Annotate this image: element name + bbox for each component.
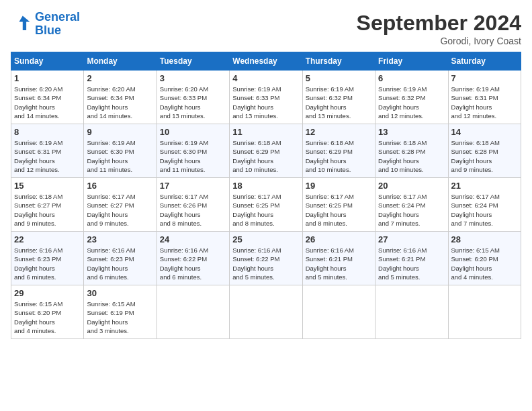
day-number: 6 bbox=[378, 73, 445, 83]
calendar-week-row: 8 Sunrise: 6:19 AM Sunset: 6:31 PM Dayli… bbox=[11, 124, 521, 178]
table-row: 4 Sunrise: 6:19 AM Sunset: 6:33 PM Dayli… bbox=[230, 71, 302, 124]
table-row: 14 Sunrise: 6:18 AM Sunset: 6:28 PM Dayl… bbox=[448, 124, 521, 178]
table-row: 9 Sunrise: 6:19 AM Sunset: 6:30 PM Dayli… bbox=[84, 124, 157, 178]
table-row: 13 Sunrise: 6:18 AM Sunset: 6:28 PM Dayl… bbox=[375, 124, 448, 178]
day-number: 4 bbox=[232, 73, 299, 83]
day-info: Sunrise: 6:16 AM Sunset: 6:22 PM Dayligh… bbox=[232, 246, 299, 281]
month-title: September 2024 bbox=[357, 11, 521, 36]
day-info: Sunrise: 6:17 AM Sunset: 6:26 PM Dayligh… bbox=[160, 192, 226, 228]
day-info: Sunrise: 6:16 AM Sunset: 6:23 PM Dayligh… bbox=[14, 246, 81, 281]
day-number: 28 bbox=[451, 234, 518, 244]
day-info: Sunrise: 6:16 AM Sunset: 6:22 PM Dayligh… bbox=[160, 246, 226, 281]
table-row: 25 Sunrise: 6:16 AM Sunset: 6:22 PM Dayl… bbox=[230, 232, 302, 285]
day-number: 9 bbox=[87, 127, 153, 137]
table-row: 3 Sunrise: 6:20 AM Sunset: 6:33 PM Dayli… bbox=[157, 71, 229, 124]
table-row bbox=[302, 285, 375, 339]
day-number: 10 bbox=[160, 127, 226, 137]
day-info: Sunrise: 6:17 AM Sunset: 6:24 PM Dayligh… bbox=[378, 192, 445, 228]
table-row: 1 Sunrise: 6:20 AM Sunset: 6:34 PM Dayli… bbox=[11, 71, 84, 124]
day-number: 7 bbox=[451, 73, 518, 83]
day-info: Sunrise: 6:19 AM Sunset: 6:31 PM Dayligh… bbox=[451, 85, 518, 120]
day-info: Sunrise: 6:17 AM Sunset: 6:27 PM Dayligh… bbox=[87, 192, 153, 228]
col-sunday: Sunday bbox=[11, 52, 84, 71]
table-row: 2 Sunrise: 6:20 AM Sunset: 6:34 PM Dayli… bbox=[84, 71, 157, 124]
day-number: 20 bbox=[378, 181, 445, 191]
table-row: 8 Sunrise: 6:19 AM Sunset: 6:31 PM Dayli… bbox=[11, 124, 84, 178]
col-saturday: Saturday bbox=[448, 52, 521, 71]
day-info: Sunrise: 6:15 AM Sunset: 6:19 PM Dayligh… bbox=[87, 300, 153, 335]
day-info: Sunrise: 6:19 AM Sunset: 6:30 PM Dayligh… bbox=[87, 138, 153, 174]
day-info: Sunrise: 6:20 AM Sunset: 6:33 PM Dayligh… bbox=[160, 85, 226, 120]
table-row: 20 Sunrise: 6:17 AM Sunset: 6:24 PM Dayl… bbox=[375, 178, 448, 232]
day-info: Sunrise: 6:18 AM Sunset: 6:29 PM Dayligh… bbox=[232, 138, 299, 174]
day-number: 24 bbox=[160, 234, 226, 244]
col-thursday: Thursday bbox=[302, 52, 375, 71]
day-number: 29 bbox=[14, 288, 81, 298]
calendar-week-row: 1 Sunrise: 6:20 AM Sunset: 6:34 PM Dayli… bbox=[11, 71, 521, 124]
table-row: 30 Sunrise: 6:15 AM Sunset: 6:19 PM Dayl… bbox=[84, 285, 157, 339]
day-number: 2 bbox=[87, 73, 153, 83]
day-number: 11 bbox=[232, 127, 299, 137]
day-number: 12 bbox=[306, 127, 372, 137]
day-info: Sunrise: 6:19 AM Sunset: 6:33 PM Dayligh… bbox=[232, 85, 299, 120]
calendar-week-row: 22 Sunrise: 6:16 AM Sunset: 6:23 PM Dayl… bbox=[11, 232, 521, 285]
day-number: 21 bbox=[451, 181, 518, 191]
day-info: Sunrise: 6:19 AM Sunset: 6:30 PM Dayligh… bbox=[160, 138, 226, 174]
calendar-header-row: Sunday Monday Tuesday Wednesday Thursday… bbox=[11, 52, 521, 71]
day-number: 15 bbox=[14, 181, 81, 191]
day-number: 16 bbox=[87, 181, 153, 191]
calendar-week-row: 15 Sunrise: 6:18 AM Sunset: 6:27 PM Dayl… bbox=[11, 178, 521, 232]
day-info: Sunrise: 6:19 AM Sunset: 6:32 PM Dayligh… bbox=[306, 85, 372, 120]
table-row bbox=[157, 285, 229, 339]
logo-icon bbox=[11, 13, 32, 35]
day-info: Sunrise: 6:18 AM Sunset: 6:29 PM Dayligh… bbox=[306, 138, 372, 174]
day-info: Sunrise: 6:20 AM Sunset: 6:34 PM Dayligh… bbox=[87, 85, 153, 120]
day-info: Sunrise: 6:18 AM Sunset: 6:28 PM Dayligh… bbox=[378, 138, 445, 174]
day-number: 23 bbox=[87, 234, 153, 244]
page-header: General Blue September 2024 Gorodi, Ivor… bbox=[11, 11, 521, 46]
day-number: 17 bbox=[160, 181, 226, 191]
table-row: 12 Sunrise: 6:18 AM Sunset: 6:29 PM Dayl… bbox=[302, 124, 375, 178]
calendar-table: Sunday Monday Tuesday Wednesday Thursday… bbox=[11, 52, 521, 339]
table-row: 27 Sunrise: 6:16 AM Sunset: 6:21 PM Dayl… bbox=[375, 232, 448, 285]
day-info: Sunrise: 6:17 AM Sunset: 6:25 PM Dayligh… bbox=[306, 192, 372, 228]
table-row: 5 Sunrise: 6:19 AM Sunset: 6:32 PM Dayli… bbox=[302, 71, 375, 124]
svg-rect-0 bbox=[11, 13, 32, 35]
location-title: Gorodi, Ivory Coast bbox=[357, 36, 521, 46]
day-number: 19 bbox=[306, 181, 372, 191]
day-info: Sunrise: 6:15 AM Sunset: 6:20 PM Dayligh… bbox=[14, 300, 81, 335]
day-info: Sunrise: 6:18 AM Sunset: 6:28 PM Dayligh… bbox=[451, 138, 518, 174]
table-row: 22 Sunrise: 6:16 AM Sunset: 6:23 PM Dayl… bbox=[11, 232, 84, 285]
table-row: 19 Sunrise: 6:17 AM Sunset: 6:25 PM Dayl… bbox=[302, 178, 375, 232]
col-friday: Friday bbox=[375, 52, 448, 71]
table-row: 21 Sunrise: 6:17 AM Sunset: 6:24 PM Dayl… bbox=[448, 178, 521, 232]
day-number: 18 bbox=[232, 181, 299, 191]
day-info: Sunrise: 6:16 AM Sunset: 6:21 PM Dayligh… bbox=[306, 246, 372, 281]
table-row: 28 Sunrise: 6:15 AM Sunset: 6:20 PM Dayl… bbox=[448, 232, 521, 285]
table-row: 10 Sunrise: 6:19 AM Sunset: 6:30 PM Dayl… bbox=[157, 124, 229, 178]
logo-text: General Blue bbox=[35, 11, 80, 38]
day-info: Sunrise: 6:16 AM Sunset: 6:23 PM Dayligh… bbox=[87, 246, 153, 281]
day-number: 25 bbox=[232, 234, 299, 244]
calendar-week-row: 29 Sunrise: 6:15 AM Sunset: 6:20 PM Dayl… bbox=[11, 285, 521, 339]
table-row: 7 Sunrise: 6:19 AM Sunset: 6:31 PM Dayli… bbox=[448, 71, 521, 124]
day-info: Sunrise: 6:20 AM Sunset: 6:34 PM Dayligh… bbox=[14, 85, 81, 120]
logo: General Blue bbox=[11, 11, 80, 38]
table-row: 17 Sunrise: 6:17 AM Sunset: 6:26 PM Dayl… bbox=[157, 178, 229, 232]
col-wednesday: Wednesday bbox=[230, 52, 302, 71]
table-row: 29 Sunrise: 6:15 AM Sunset: 6:20 PM Dayl… bbox=[11, 285, 84, 339]
col-tuesday: Tuesday bbox=[157, 52, 229, 71]
table-row bbox=[448, 285, 521, 339]
day-info: Sunrise: 6:15 AM Sunset: 6:20 PM Dayligh… bbox=[451, 246, 518, 281]
table-row: 18 Sunrise: 6:17 AM Sunset: 6:25 PM Dayl… bbox=[230, 178, 302, 232]
day-number: 13 bbox=[378, 127, 445, 137]
table-row: 24 Sunrise: 6:16 AM Sunset: 6:22 PM Dayl… bbox=[157, 232, 229, 285]
day-number: 26 bbox=[306, 234, 372, 244]
day-info: Sunrise: 6:17 AM Sunset: 6:25 PM Dayligh… bbox=[232, 192, 299, 228]
day-number: 5 bbox=[306, 73, 372, 83]
table-row: 15 Sunrise: 6:18 AM Sunset: 6:27 PM Dayl… bbox=[11, 178, 84, 232]
table-row bbox=[375, 285, 448, 339]
table-row bbox=[230, 285, 302, 339]
day-info: Sunrise: 6:17 AM Sunset: 6:24 PM Dayligh… bbox=[451, 192, 518, 228]
day-info: Sunrise: 6:18 AM Sunset: 6:27 PM Dayligh… bbox=[14, 192, 81, 228]
